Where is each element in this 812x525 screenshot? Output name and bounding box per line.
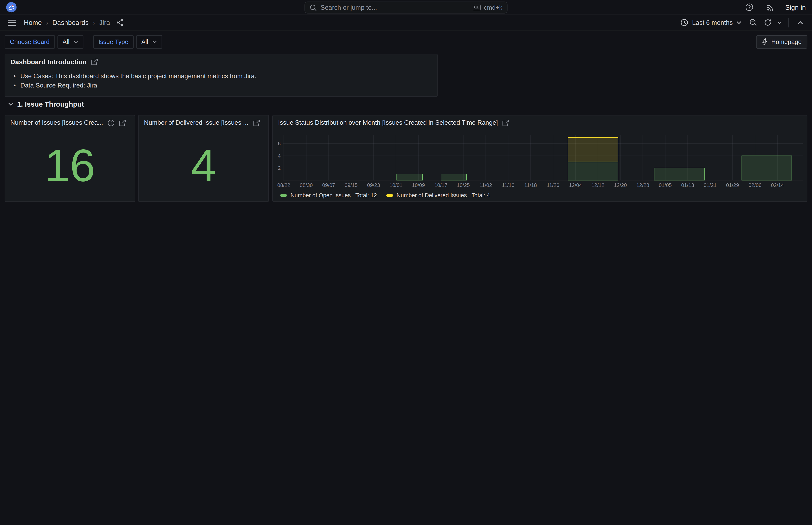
variables-row: Choose Board All Issue Type All Homepage	[4, 33, 807, 51]
board-variable-select[interactable]: All	[57, 35, 83, 49]
homepage-button[interactable]: Homepage	[756, 35, 807, 49]
panel-title[interactable]: Issue Status Distribution over Month [Is…	[278, 119, 498, 126]
news-button[interactable]	[764, 1, 777, 13]
x-tick-label: 10/25	[457, 182, 470, 188]
keyboard-icon	[473, 4, 481, 10]
external-link-icon[interactable]	[91, 58, 98, 65]
y-tick-label: 6	[278, 140, 280, 147]
chevron-down-icon	[74, 40, 78, 44]
bar-chart-canvas[interactable]: 24608/2208/3009/0709/1509/2310/0110/0910…	[273, 130, 807, 189]
panel-title[interactable]: Number of Delivered Issue [Issues ...	[144, 119, 248, 126]
legend-item[interactable]: Number of Open IssuesTotal: 12	[280, 192, 377, 198]
refresh-button[interactable]	[761, 16, 774, 29]
x-tick-label: 11/10	[502, 182, 515, 188]
intro-bullet: Use Cases: This dashboard shows the basi…	[14, 72, 429, 81]
stat-value-area: 4	[139, 130, 268, 201]
y-tick-label: 4	[278, 153, 280, 159]
x-tick-label: 09/23	[367, 182, 380, 188]
zoom-out-time-button[interactable]	[746, 16, 760, 29]
time-controls: Last 6 months	[677, 16, 807, 29]
external-link-icon[interactable]	[503, 119, 509, 126]
org-logo-icon	[6, 2, 16, 12]
stat-value-area: 16	[5, 130, 135, 201]
share-dashboard-button[interactable]	[113, 16, 127, 29]
x-tick-label: 12/12	[592, 182, 604, 188]
bar-open-issues	[742, 156, 792, 180]
breadcrumb-item[interactable]: Home	[24, 19, 42, 27]
x-tick-label: 08/22	[277, 182, 290, 188]
bar-open-issues	[441, 174, 466, 180]
section-row-issue-throughput[interactable]: 1. Issue Throughput	[9, 101, 84, 108]
x-tick-label: 12/04	[569, 182, 582, 188]
external-link-icon[interactable]	[119, 119, 126, 126]
info-icon[interactable]	[108, 119, 114, 126]
x-tick-label: 11/18	[524, 182, 537, 188]
panel-number-of-delivered-issues: Number of Delivered Issue [Issues ... 4	[138, 115, 269, 202]
panel-issue-status-distribution: Issue Status Distribution over Month [Is…	[272, 115, 808, 202]
rss-icon	[766, 3, 775, 12]
intro-panel-body: Use Cases: This dashboard shows the basi…	[5, 69, 437, 93]
issue-type-variable-select[interactable]: All	[136, 35, 162, 49]
breadcrumb-separator: ›	[93, 19, 95, 27]
x-tick-label: 12/20	[614, 182, 627, 188]
x-tick-label: 10/01	[389, 182, 402, 188]
refresh-interval-dropdown[interactable]	[775, 16, 784, 29]
intro-bullet: Data Source Required: Jira	[14, 81, 429, 90]
refresh-icon	[764, 19, 771, 27]
breadcrumb-separator: ›	[46, 19, 48, 27]
bar-open-issues	[654, 168, 705, 180]
menu-toggle-button[interactable]	[5, 16, 19, 29]
time-range-label: Last 6 months	[692, 19, 733, 26]
chevron-down-icon	[9, 103, 14, 106]
stat-value: 4	[191, 143, 216, 189]
issue-type-variable-label: Issue Type	[93, 35, 134, 49]
org-logo[interactable]	[6, 2, 16, 12]
topnav-right-cluster: Sign in	[743, 1, 806, 13]
x-tick-label: 01/13	[681, 182, 694, 188]
time-range-picker[interactable]: Last 6 months	[677, 16, 745, 29]
legend-total: Total: 12	[355, 192, 377, 198]
top-nav-bar: Search or jump to... cmd+k	[0, 0, 812, 15]
help-button[interactable]	[743, 1, 756, 13]
panel-title[interactable]: Number of Issues [Issues Crea...	[10, 119, 103, 126]
breadcrumb-item[interactable]: Jira	[99, 19, 110, 27]
x-tick-label: 10/17	[434, 182, 447, 188]
x-tick-label: 09/07	[322, 182, 335, 188]
legend-swatch	[386, 194, 393, 196]
chevron-down-icon	[777, 21, 782, 24]
bar-open-issues	[568, 162, 618, 180]
zoom-out-icon	[749, 19, 757, 27]
board-variable-label: Choose Board	[4, 35, 55, 49]
legend-item[interactable]: Number of Delivered IssuesTotal: 4	[386, 192, 490, 198]
clock-icon	[681, 19, 689, 27]
external-link-icon[interactable]	[253, 119, 260, 126]
x-tick-label: 10/09	[412, 182, 425, 188]
intro-panel-title[interactable]: Dashboard Introduction	[10, 58, 87, 65]
chevron-down-icon	[736, 21, 741, 24]
stat-value: 16	[45, 143, 95, 189]
y-tick-label: 2	[278, 165, 280, 171]
breadcrumb-bar: Home›Dashboards›Jira Last 6 months	[0, 15, 812, 31]
x-tick-label: 08/30	[300, 182, 313, 188]
legend-total: Total: 4	[471, 192, 490, 198]
share-icon	[116, 19, 124, 27]
sign-in-link[interactable]: Sign in	[785, 3, 806, 11]
legend-swatch	[280, 194, 287, 196]
breadcrumb-item[interactable]: Dashboards	[52, 19, 89, 27]
breadcrumb: Home›Dashboards›Jira	[24, 19, 110, 27]
help-icon	[746, 3, 754, 12]
x-tick-label: 11/02	[479, 182, 492, 188]
x-tick-label: 02/06	[749, 182, 762, 188]
search-input[interactable]: Search or jump to... cmd+k	[304, 2, 507, 14]
collapse-toolbar-button[interactable]	[793, 16, 807, 29]
legend-label: Number of Delivered Issues	[397, 192, 467, 198]
x-tick-label: 01/29	[726, 182, 739, 188]
toolbar-divider	[788, 18, 789, 27]
grafana-dashboard-screen: Search or jump to... cmd+k	[0, 0, 812, 202]
panel-number-of-issues: Number of Issues [Issues Crea... 16	[4, 115, 135, 202]
chevron-down-icon	[152, 40, 157, 44]
search-placeholder: Search or jump to...	[321, 4, 377, 11]
bolt-icon	[762, 39, 768, 46]
x-tick-label: 02/14	[771, 182, 784, 188]
x-tick-label: 12/28	[636, 182, 649, 188]
